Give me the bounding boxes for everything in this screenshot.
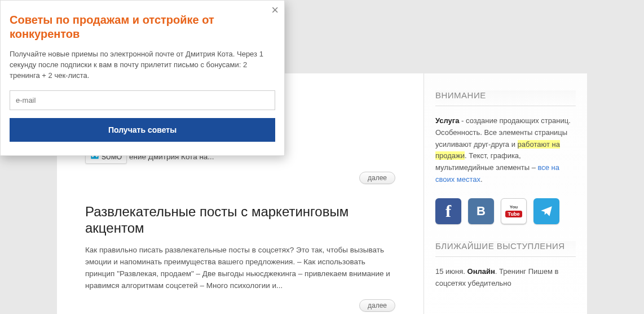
youtube-text-top: You <box>510 205 518 210</box>
text-frag: - создание продающих страниц. <box>459 116 570 125</box>
subscribe-popup: × Советы по продажам и отстройке от конк… <box>0 0 285 156</box>
sidebar-heading-events: БЛИЖАЙШИЕ ВЫСТУПЛЕНИЯ <box>435 241 576 257</box>
read-more-button[interactable]: далее <box>359 299 395 312</box>
text-frag: . Тренинг <box>495 267 528 276</box>
sidebar: ВНИМАНИЕ Услуга - создание продающих стр… <box>424 73 587 314</box>
popup-title: Советы по продажам и отстройке от конкур… <box>10 13 275 41</box>
email-field[interactable] <box>10 90 275 110</box>
paper-plane-icon <box>539 204 554 219</box>
text-frag: . <box>480 175 483 184</box>
youtube-icon[interactable]: You Tube <box>501 198 527 224</box>
subscribe-button[interactable]: Получать советы <box>10 118 275 142</box>
article-2: Развлекательные посты с маркетинговым ак… <box>85 204 395 312</box>
social-row: f B You Tube <box>435 198 576 224</box>
event-date-text: 15 июня. <box>435 267 467 276</box>
telegram-icon[interactable] <box>533 198 559 224</box>
popup-description: Получайте новые приемы по электронной по… <box>10 49 275 81</box>
event-item: 15 июня. Онлайн. Тренинг Пишем в соцсетя… <box>435 266 576 290</box>
sidebar-attention-text: Услуга - создание продающих страниц. Осо… <box>435 115 576 186</box>
sidebar-heading-attention: ВНИМАНИЕ <box>435 90 576 106</box>
close-icon[interactable]: × <box>271 4 279 16</box>
text-bold: Услуга <box>435 116 459 125</box>
article-title[interactable]: Развлекательные посты с маркетинговым ак… <box>85 204 395 237</box>
read-more-button[interactable]: далее <box>359 172 395 184</box>
article-body: Как правильно писать развлекательные пос… <box>85 245 395 292</box>
facebook-icon[interactable]: f <box>435 198 461 224</box>
youtube-text-pill: Tube <box>505 211 523 217</box>
event-mode: Онлайн <box>467 267 495 276</box>
vk-icon[interactable]: B <box>468 198 494 224</box>
